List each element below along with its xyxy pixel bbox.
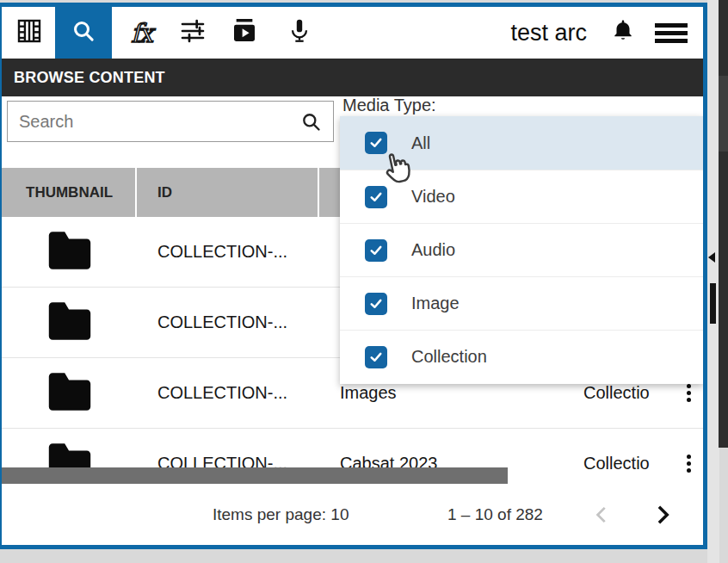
previous-page-button[interactable] <box>585 498 620 532</box>
column-header-id[interactable]: ID <box>137 168 319 217</box>
section-header: BROWSE CONTENT <box>2 59 703 96</box>
desktop-edge <box>719 0 728 448</box>
chevron-right-icon <box>651 503 675 527</box>
vertical-scrollbar[interactable] <box>710 283 716 324</box>
film-library-button[interactable] <box>9 7 50 59</box>
row-menu-kebab-icon[interactable] <box>687 384 691 402</box>
row-id: COLLECTION-... <box>137 312 321 332</box>
media-type-option-audio[interactable]: Audio <box>340 223 703 276</box>
column-header-thumbnail[interactable]: THUMBNAIL <box>2 168 137 217</box>
chevron-left-icon <box>591 504 614 526</box>
next-page-button[interactable] <box>645 498 680 532</box>
horizontal-scrollbar[interactable] <box>2 467 508 484</box>
search-icon <box>70 17 97 48</box>
pagination-bar: Items per page: 10 1 – 10 of 282 <box>2 484 703 545</box>
page-range-label: 1 – 10 of 282 <box>447 505 543 524</box>
search-tool-button-selected[interactable] <box>55 7 112 59</box>
media-type-option-collection[interactable]: Collection <box>340 330 703 383</box>
search-placeholder: Search <box>8 112 299 132</box>
row-type: Collectio <box>583 383 650 403</box>
media-queue-icon <box>231 17 258 48</box>
media-type-label: Media Type: <box>342 96 436 115</box>
folder-icon <box>46 231 93 274</box>
app-window: fx <box>0 3 707 549</box>
search-field[interactable]: Search <box>7 101 334 142</box>
row-menu-kebab-icon[interactable] <box>687 455 691 473</box>
account-label[interactable]: test arc <box>466 7 587 59</box>
effects-button[interactable]: fx <box>120 7 162 59</box>
microphone-button[interactable] <box>279 7 320 59</box>
film-library-icon <box>15 17 43 48</box>
effects-fx-icon: fx <box>131 18 151 48</box>
magnifier-icon[interactable] <box>299 110 323 133</box>
folder-icon <box>46 301 93 344</box>
row-id: COLLECTION-... <box>137 383 321 403</box>
hamburger-icon <box>655 23 688 43</box>
toolbar: fx <box>2 7 703 59</box>
row-title: Images <box>321 383 570 403</box>
microphone-icon <box>286 17 313 48</box>
items-per-page[interactable]: Items per page: 10 <box>213 505 349 524</box>
notifications-button[interactable] <box>604 7 642 59</box>
folder-icon <box>46 372 93 415</box>
media-queue-button[interactable] <box>224 7 265 59</box>
menu-button[interactable] <box>649 7 694 59</box>
row-id: COLLECTION-... <box>137 242 321 262</box>
section-title: BROWSE CONTENT <box>2 69 165 87</box>
checkbox-checked-icon[interactable] <box>365 293 387 315</box>
sliders-icon <box>179 17 207 48</box>
side-panel-track <box>707 0 719 563</box>
panel-collapse-arrow-icon[interactable] <box>708 252 715 263</box>
checkbox-checked-icon[interactable] <box>365 132 387 154</box>
media-type-option-image[interactable]: Image <box>340 276 703 330</box>
desktop-edge-segment <box>719 76 728 152</box>
filters-button[interactable] <box>172 7 213 59</box>
checkbox-checked-icon[interactable] <box>365 346 387 368</box>
checkbox-checked-icon[interactable] <box>365 239 387 262</box>
row-type: Collectio <box>583 454 650 473</box>
bell-icon <box>610 18 636 47</box>
